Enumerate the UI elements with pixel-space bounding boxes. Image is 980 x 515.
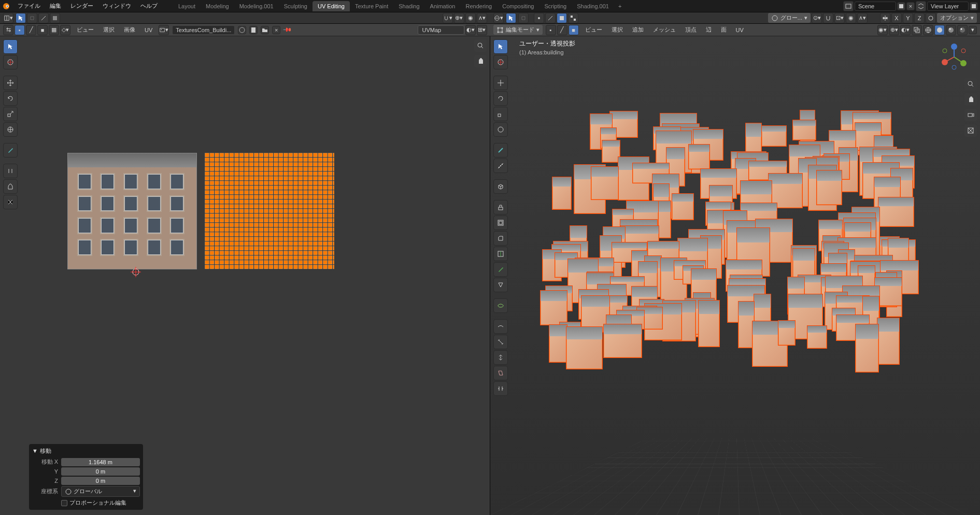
vp-menu-uv[interactable]: UV <box>733 26 747 34</box>
vp-menu-add[interactable]: 追加 <box>629 25 647 35</box>
vp-proportional-button[interactable]: ◉ <box>846 13 856 23</box>
menu-help[interactable]: ヘルプ <box>136 0 162 12</box>
vp-mirror-auto-button[interactable] <box>926 13 936 23</box>
vp-menu-select[interactable]: 選択 <box>608 25 626 35</box>
uv-tool-select-button[interactable] <box>3 39 18 54</box>
vp-tool-select-button[interactable] <box>493 39 508 54</box>
vp-vertex-mode-button[interactable] <box>534 13 544 23</box>
vp-mirror-x-button[interactable]: X <box>891 13 902 23</box>
vp-comp-vertex-button[interactable]: ▪ <box>546 25 556 35</box>
menu-edit[interactable]: 編集 <box>46 0 65 12</box>
uv-tool-move-button[interactable] <box>3 76 18 90</box>
vp-overlay-button[interactable]: ◐▾ <box>900 25 911 35</box>
vp-shading-material-button[interactable] <box>946 25 956 35</box>
vp-tool-shrink-button[interactable] <box>493 350 508 365</box>
move-y-value[interactable]: 0 m <box>61 467 140 476</box>
uv-image-pin-icon[interactable]: 📌 <box>282 25 292 35</box>
workspace-add-button[interactable]: + <box>614 1 626 11</box>
uv-display-channels-button[interactable]: ◐▾ <box>465 25 476 35</box>
workspace-tab-texturepaint[interactable]: Texture Paint <box>350 1 393 11</box>
vp-options-button[interactable]: オプション▾ <box>937 13 977 23</box>
workspace-tab-modeling[interactable]: Modeling <box>201 1 234 11</box>
vp-tool-smooth-button[interactable] <box>493 319 508 334</box>
vp-transform-orient-button[interactable]: グロー...▾ <box>768 13 811 23</box>
uv-select-cursor-button[interactable] <box>16 13 26 23</box>
workspace-tab-scripting[interactable]: Scripting <box>539 1 572 11</box>
uv-menu-view[interactable]: ビュー <box>74 25 97 35</box>
vp-tool-inset-button[interactable] <box>493 216 508 230</box>
vp-editor-type-button[interactable]: ▾ <box>493 13 504 23</box>
workspace-tab-uvediting[interactable]: UV Editing <box>313 1 350 11</box>
vp-tool-annotate-button[interactable] <box>493 143 508 158</box>
vp-tool-rotate-button[interactable] <box>493 91 508 106</box>
vp-tool-extrude-button[interactable] <box>493 200 508 214</box>
coord-system-select[interactable]: グローバル ▾ <box>61 486 140 497</box>
uv-image-new-button[interactable] <box>249 26 258 34</box>
vp-tool-shear-button[interactable] <box>493 366 508 380</box>
vp-select-cursor-button[interactable] <box>506 13 516 23</box>
uv-select-vertex-button[interactable] <box>27 13 37 23</box>
vp-nav-zoom-button[interactable] <box>964 78 977 90</box>
proportional-edit-check[interactable]: プロポーショナル編集 <box>32 499 140 507</box>
workspace-tab-shading[interactable]: Shading <box>393 1 424 11</box>
uv-select-face-button[interactable] <box>50 13 60 23</box>
uv-tool-transform-button[interactable] <box>3 122 18 137</box>
uv-tool-grab-button[interactable] <box>3 179 18 194</box>
vp-nav-camera-button[interactable] <box>964 109 977 121</box>
vp-tool-scale-button[interactable] <box>493 107 508 121</box>
uv-select-edge-button[interactable] <box>38 13 49 23</box>
uv-menu-image[interactable]: 画像 <box>121 25 138 35</box>
scene-browse-button[interactable] <box>843 1 854 11</box>
vp-menu-mesh[interactable]: メッシュ <box>650 25 679 35</box>
view-layer-new-button[interactable] <box>970 2 978 10</box>
uv-sync-button[interactable]: ⇆ <box>3 25 13 35</box>
vp-falloff-button[interactable]: ∧▾ <box>857 13 868 23</box>
vp-nav-pan-button[interactable] <box>964 93 977 106</box>
vp-snap-toggle-button[interactable] <box>823 13 833 23</box>
uv-overlay-button[interactable]: ⊞▾ <box>477 25 487 35</box>
uv-editor-type-button[interactable]: ▾ <box>3 13 13 23</box>
vp-comp-face-button[interactable]: ■ <box>569 25 579 35</box>
vp-menu-view[interactable]: ビュー <box>582 25 605 35</box>
scene-name-field[interactable]: Scene <box>855 2 896 11</box>
vp-tool-bevel-button[interactable] <box>493 231 508 246</box>
view-layer-field[interactable]: View Layer <box>927 2 969 11</box>
operator-panel-header[interactable]: ▼ 移動 <box>32 447 140 455</box>
vp-nav-persp-button[interactable] <box>964 124 977 137</box>
workspace-tab-shading001[interactable]: Shading.001 <box>572 1 614 11</box>
uv-image-open-button[interactable] <box>261 26 269 34</box>
vp-select-box-button[interactable] <box>518 13 529 23</box>
vp-mirror-z-button[interactable]: Z <box>914 13 925 23</box>
uv-map-selector[interactable]: UVMap <box>418 25 464 35</box>
uv-selmode-face-button[interactable]: ■ <box>37 25 48 35</box>
vp-axis-gizmo[interactable] <box>939 41 970 73</box>
uv-zoom-button[interactable] <box>474 39 487 52</box>
vp-face-mode-button[interactable] <box>557 13 567 23</box>
workspace-tab-sculpting[interactable]: Sculpting <box>279 1 313 11</box>
vp-pivot-button[interactable]: ⊙▾ <box>812 13 822 23</box>
uv-tool-rip-button[interactable] <box>3 164 18 178</box>
vp-menu-vertex[interactable]: 頂点 <box>682 25 700 35</box>
uv-pan-button[interactable] <box>474 55 487 67</box>
vp-tool-addcube-button[interactable] <box>493 179 508 194</box>
vp-menu-face[interactable]: 面 <box>718 25 730 35</box>
uv-tool-rotate-button[interactable] <box>3 91 18 106</box>
vp-tool-edgeslide-button[interactable] <box>493 335 508 349</box>
vp-shading-wireframe-button[interactable] <box>923 25 933 35</box>
vp-tool-knife-button[interactable] <box>493 262 508 277</box>
vp-mirror-y-button[interactable]: Y <box>903 13 913 23</box>
vp-visibility-button[interactable]: ◉▾ <box>877 25 888 35</box>
vp-tool-cursor-button[interactable] <box>493 55 508 69</box>
uv-image-name-field[interactable]: TexturesCom_Buildi... <box>172 25 235 35</box>
vp-comp-edge-button[interactable]: ╱ <box>557 25 567 35</box>
workspace-tab-compositing[interactable]: Compositing <box>497 1 539 11</box>
scene-new-button[interactable] <box>897 2 905 10</box>
vp-tool-measure-button[interactable] <box>493 159 508 173</box>
vp-tool-loopcut-button[interactable] <box>493 247 508 261</box>
uv-image-linked-button[interactable] <box>238 26 246 34</box>
vp-tool-rip-button[interactable] <box>493 381 508 396</box>
uv-selmode-island-button[interactable]: ▦ <box>49 25 59 35</box>
uv-tool-pinch-button[interactable] <box>3 195 18 209</box>
workspace-tab-rendering[interactable]: Rendering <box>460 1 497 11</box>
vp-island-mode-button[interactable] <box>568 13 578 23</box>
